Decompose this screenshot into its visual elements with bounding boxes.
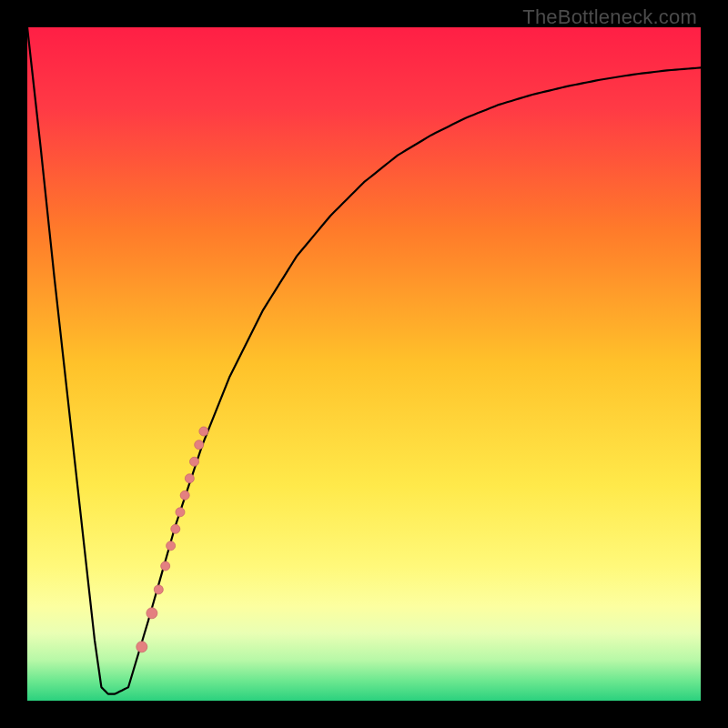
data-dot xyxy=(185,474,194,483)
data-dot xyxy=(154,585,163,594)
data-dot xyxy=(176,508,185,517)
bottleneck-curve xyxy=(27,27,701,694)
data-dot xyxy=(136,642,147,652)
curve-layer xyxy=(27,27,701,701)
data-dot xyxy=(180,490,189,500)
data-dot xyxy=(171,524,180,533)
data-dot xyxy=(161,561,170,571)
plot-area xyxy=(27,27,701,701)
data-dot xyxy=(195,440,204,450)
data-dot xyxy=(147,608,157,619)
chart-frame: TheBottleneck.com xyxy=(0,0,728,728)
watermark-label: TheBottleneck.com xyxy=(522,5,697,29)
data-dot xyxy=(190,457,199,466)
data-dot xyxy=(167,541,176,551)
data-dot xyxy=(199,427,208,436)
